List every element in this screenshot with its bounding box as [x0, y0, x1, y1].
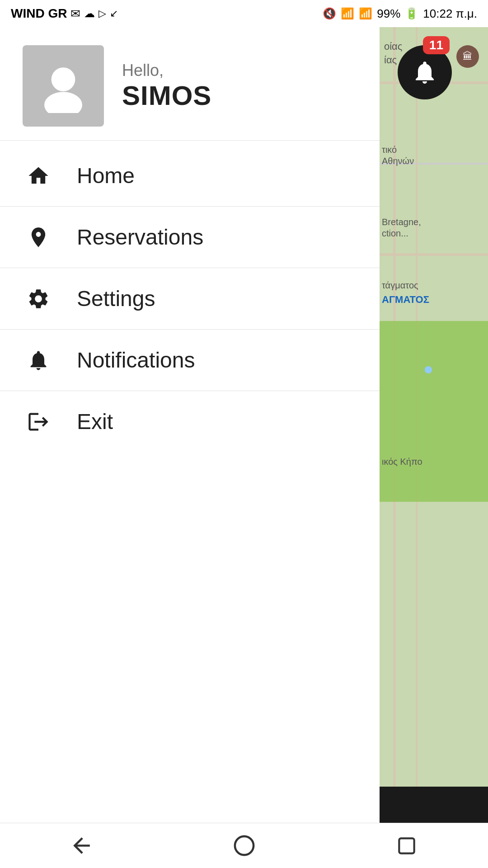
recents-button[interactable] — [389, 828, 425, 864]
map-park — [380, 321, 488, 502]
cloud-icon: ☁ — [84, 7, 95, 20]
settings-label: Settings — [77, 286, 155, 311]
battery-text: 99% — [377, 7, 400, 21]
nav-item-exit[interactable]: Exit — [0, 391, 380, 452]
wifi-icon: 📶 — [341, 7, 354, 20]
nav-item-settings[interactable]: Settings — [0, 268, 380, 330]
mute-icon: 🔇 — [323, 7, 336, 20]
reservations-label: Reservations — [77, 225, 203, 250]
status-left: WIND GR ✉ ☁ ▷ ↙ — [11, 6, 118, 21]
svg-point-0 — [52, 67, 75, 91]
map-area: οίας ίας 🏛 τικό Αθηνών Bretagne, ction..… — [380, 27, 488, 823]
map-text-8: ΑΓΜΑΤΟΣ — [382, 294, 429, 306]
home-icon — [23, 164, 54, 188]
exit-label: Exit — [77, 409, 113, 434]
nav-item-notifications[interactable]: Notifications — [0, 330, 380, 391]
profile-header: Hello, SIMOS 11 — [0, 27, 380, 141]
home-label: Home — [77, 163, 135, 188]
time-text: 10:22 π.μ. — [423, 7, 477, 21]
map-text-1: οίας — [384, 41, 402, 52]
svg-point-2 — [235, 836, 253, 855]
nav-item-reservations[interactable]: Reservations — [0, 207, 380, 268]
map-text-6: ction... — [382, 228, 408, 239]
notifications-label: Notifications — [77, 348, 195, 373]
status-right: 🔇 📶 📶 99% 🔋 10:22 π.μ. — [323, 7, 477, 21]
svg-rect-3 — [399, 838, 414, 853]
drawer: Hello, SIMOS 11 — [0, 27, 380, 823]
status-bar: WIND GR ✉ ☁ ▷ ↙ 🔇 📶 📶 99% 🔋 10:22 π.μ. — [0, 0, 488, 27]
museum-icon: 🏛 — [456, 45, 479, 68]
email-icon: ✉ — [70, 7, 80, 21]
map-text-4: Αθηνών — [382, 156, 414, 166]
svg-point-1 — [44, 92, 82, 113]
username-text: SIMOS — [122, 80, 211, 111]
nav-menu: Home Reservations Settings — [0, 141, 380, 823]
bell-nav-icon — [23, 349, 54, 372]
gear-icon — [23, 287, 54, 311]
map-text-7: τάγματος — [382, 280, 418, 291]
museum-symbol: 🏛 — [463, 51, 473, 62]
map-text-3: τικό — [382, 145, 397, 155]
map-text-9: ικός Κήπο — [382, 457, 422, 467]
back-button[interactable] — [63, 828, 99, 864]
bottom-nav — [0, 823, 488, 868]
map-background: οίας ίας 🏛 τικό Αθηνών Bretagne, ction..… — [380, 27, 488, 823]
hello-text: Hello, — [122, 61, 211, 80]
greeting-container: Hello, SIMOS — [122, 61, 211, 111]
signal-icon: 📶 — [359, 7, 372, 20]
battery-icon: 🔋 — [405, 7, 418, 20]
exit-icon — [23, 410, 54, 434]
notification-badge: 11 — [423, 36, 450, 54]
forward-icon: ▷ — [99, 8, 106, 19]
map-text-2: ίας — [384, 54, 397, 66]
carrier-text: WIND GR — [11, 6, 67, 21]
nav-item-home[interactable]: Home — [0, 145, 380, 207]
map-dark-bottom — [380, 787, 488, 823]
map-text-5: Bretagne, — [382, 217, 421, 227]
location-icon — [23, 226, 54, 249]
main-layout: Hello, SIMOS 11 — [0, 27, 488, 823]
map-location-dot — [425, 366, 432, 373]
avatar — [23, 45, 104, 127]
home-button[interactable] — [226, 828, 262, 864]
missed-call-icon: ↙ — [110, 8, 118, 19]
